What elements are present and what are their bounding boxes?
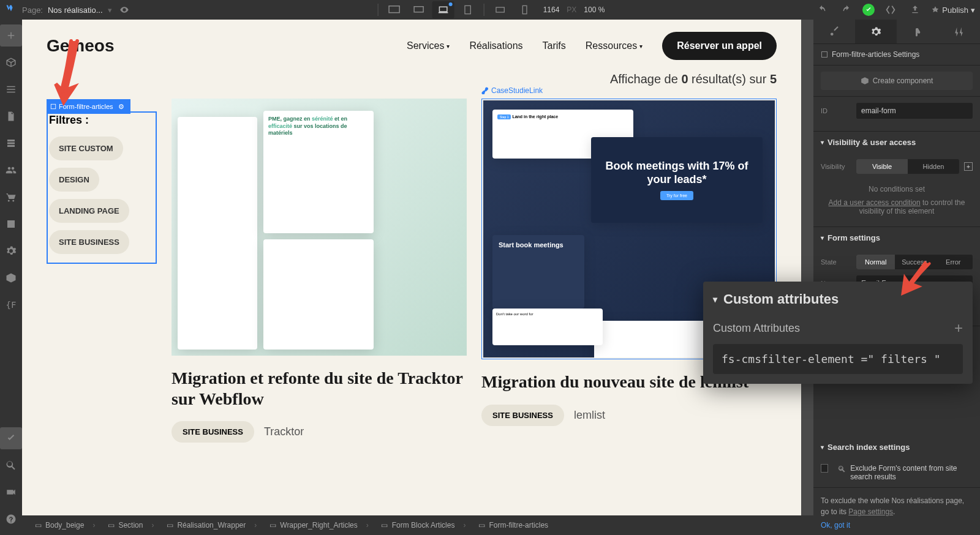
annotation-arrow-2 [893, 257, 936, 300]
style-tab-icon[interactable] [813, 20, 855, 43]
selected-form-element[interactable]: Form-filtre-articles ⚙ Filtres : SITE CU… [47, 111, 157, 264]
filters-heading: Filtres : [49, 114, 154, 127]
id-input[interactable] [856, 103, 973, 119]
redo-icon[interactable] [838, 1, 855, 18]
card-tag-2: SITE BUSINESS [481, 405, 564, 426]
video-icon[interactable] [0, 481, 22, 503]
users-icon[interactable] [0, 159, 22, 181]
settings-tab-icon[interactable] [855, 20, 897, 43]
site-navigation: Gemeos Services ▾ Réalisations Tarifs Re… [22, 20, 801, 72]
design-canvas: Gemeos Services ▾ Réalisations Tarifs Re… [22, 20, 813, 515]
preview-eye-icon[interactable] [117, 2, 132, 17]
results-count: Affichage de 0 résultat(s) sur 5 [172, 72, 777, 86]
pages-icon[interactable] [0, 105, 22, 127]
custom-attribute-value[interactable]: fs-cmsfilter-element =" filters " [713, 344, 963, 374]
nav-ressources[interactable]: Ressources ▾ [586, 40, 643, 51]
svg-rect-0 [389, 6, 399, 13]
breadcrumb-form-filtre[interactable]: ▭Form-filtre-articles [473, 518, 562, 532]
card-client-1: Tracktor [264, 425, 304, 438]
site-logo[interactable]: Gemeos [47, 36, 115, 56]
search-icon[interactable] [0, 454, 22, 476]
assets-icon[interactable] [0, 213, 22, 235]
effects-tab-icon[interactable] [938, 20, 980, 43]
device-mobile-icon[interactable] [514, 1, 536, 18]
case-study-card-1[interactable]: PME, gagnez en sérénité et en efficacité… [172, 99, 467, 443]
card-title-1: Migration et refonte du site de Tracktor… [172, 368, 467, 409]
variables-icon[interactable]: {F [0, 294, 22, 316]
visibility-hidden-button[interactable]: Hidden [908, 159, 959, 174]
exclude-note: To exclude the whole Nos réalisations pa… [813, 488, 980, 535]
create-component-button[interactable]: Create component [821, 72, 973, 90]
top-toolbar: Page: Nos réalisatio... ▾ 1164 PX 100 % … [0, 0, 980, 20]
webflow-logo-icon[interactable] [5, 4, 17, 16]
add-attribute-icon[interactable]: + [954, 320, 963, 337]
panel-tabs [813, 20, 980, 44]
px-label: PX [567, 6, 576, 14]
breadcrumb-form-block[interactable]: ▭Form Block Articles [376, 518, 471, 532]
publish-button[interactable]: Publish ▾ [931, 6, 975, 15]
content-area: Affichage de 0 résultat(s) sur 5 PME, ga… [172, 72, 777, 443]
nav-services[interactable]: Services ▾ [407, 40, 450, 51]
nav-realisations[interactable]: Réalisations [469, 40, 522, 51]
audit-icon[interactable] [0, 427, 22, 449]
page-label: Page: [22, 6, 43, 15]
zoom-level[interactable]: 100 % [584, 6, 605, 14]
code-icon[interactable] [882, 1, 899, 18]
search-index-header[interactable]: Search index settings [813, 436, 980, 458]
filter-site-custom[interactable]: SITE CUSTOM [49, 137, 123, 160]
visibility-visible-button[interactable]: Visible [856, 159, 908, 174]
filter-design[interactable]: DESIGN [49, 168, 99, 192]
ecommerce-icon[interactable] [0, 186, 22, 208]
element-selection-label[interactable]: Form-filtre-articles ⚙ [47, 99, 130, 114]
device-desktop-icon[interactable] [408, 1, 430, 18]
filter-landing-page[interactable]: LANDING PAGE [49, 199, 129, 223]
state-error-button[interactable]: Error [934, 255, 973, 269]
device-xl-icon[interactable] [383, 1, 405, 18]
add-condition-link[interactable]: Add a user access condition [829, 198, 921, 207]
filters-sidebar: Form-filtre-articles ⚙ Filtres : SITE CU… [47, 111, 157, 443]
canvas-width[interactable]: 1164 [543, 6, 560, 14]
svg-rect-6 [822, 52, 827, 58]
device-tablet-icon[interactable] [457, 1, 479, 18]
device-laptop-icon[interactable] [432, 1, 454, 18]
element-settings-gear-icon[interactable]: ⚙ [116, 101, 127, 112]
state-label: State [821, 258, 851, 266]
nav-cta-button[interactable]: Réserver un appel [662, 32, 777, 60]
page-settings-link[interactable]: Page settings [848, 507, 893, 516]
export-icon[interactable] [907, 1, 924, 18]
device-mobile-l-icon[interactable] [489, 1, 511, 18]
nav-tarifs[interactable]: Tarifs [543, 40, 566, 51]
svg-rect-3 [496, 7, 504, 12]
exclude-checkbox[interactable] [821, 464, 828, 473]
add-element-icon[interactable] [0, 24, 22, 47]
help-icon[interactable] [0, 508, 22, 530]
breadcrumb-bar: ▭Body_beige ▭Section ▭Réalisation_Wrappe… [22, 515, 813, 535]
breadcrumb-right-articles[interactable]: ▭Wrapper_Right_Articles [264, 518, 374, 532]
breadcrumb-body[interactable]: ▭Body_beige [29, 518, 100, 532]
svg-rect-4 [522, 6, 527, 13]
breadcrumb-section[interactable]: ▭Section [102, 518, 159, 532]
cms-icon[interactable] [0, 132, 22, 154]
undo-icon[interactable] [813, 1, 831, 18]
navigator-icon[interactable] [0, 78, 22, 100]
state-normal-button[interactable]: Normal [856, 255, 895, 269]
ok-got-it-link[interactable]: Ok, got it [821, 520, 973, 531]
box-icon[interactable] [0, 51, 22, 73]
top-right-actions: Publish ▾ [813, 1, 975, 18]
page-name-dropdown[interactable]: Nos réalisatio... [48, 6, 103, 15]
settings-icon[interactable] [0, 240, 22, 262]
filter-site-business[interactable]: SITE BUSINESS [49, 230, 129, 254]
interactions-tab-icon[interactable] [897, 20, 938, 43]
case-study-card-2[interactable]: CaseStudieLink Step 1 Land in the right … [481, 99, 777, 443]
breadcrumb-wrapper[interactable]: ▭Réalisation_Wrapper [161, 518, 262, 532]
visibility-section-header[interactable]: Visibility & user access [813, 132, 980, 153]
case-studie-link-label: CaseStudieLink [481, 86, 543, 95]
status-ok-icon[interactable] [862, 4, 875, 16]
device-switcher: 1164 PX 100 % [375, 1, 605, 18]
id-label: ID [821, 107, 851, 114]
card-client-2: lemlist [574, 409, 605, 422]
no-conditions-text: No conditions set [821, 180, 973, 198]
components-icon[interactable] [0, 267, 22, 289]
form-settings-header[interactable]: Form settings [813, 227, 980, 249]
visibility-add-icon[interactable]: + [964, 162, 973, 171]
